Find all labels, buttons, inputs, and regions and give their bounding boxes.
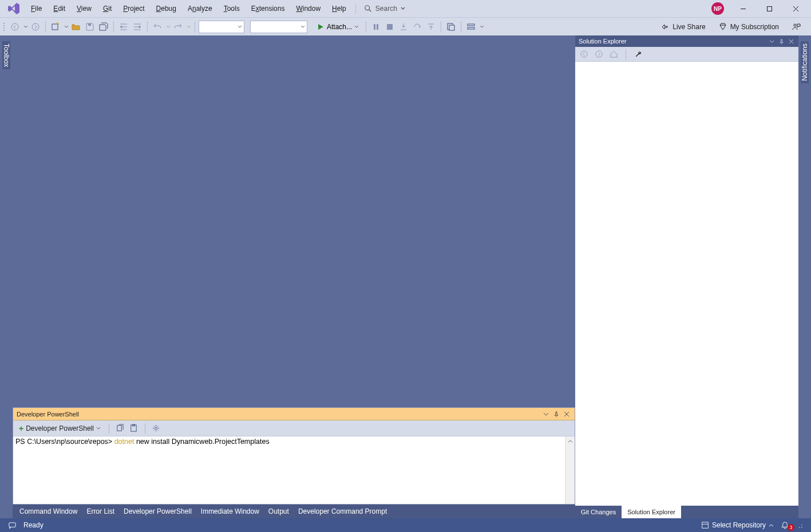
select-repository-button[interactable]: Select Repository <box>698 521 777 529</box>
menu-file[interactable]: File <box>25 2 48 15</box>
chevron-down-icon[interactable] <box>480 25 484 29</box>
center-column: Developer PowerShell + Developer PowerSh… <box>13 35 575 518</box>
powershell-title-bar[interactable]: Developer PowerShell <box>13 408 575 420</box>
live-share-button[interactable]: Live Share <box>658 21 707 33</box>
close-icon[interactable] <box>787 37 795 45</box>
tab-developer-command-prompt[interactable]: Developer Command Prompt <box>294 505 391 518</box>
editor-empty-area <box>13 35 575 407</box>
notifications-tab[interactable]: Notifications <box>801 41 809 83</box>
my-subscription-button[interactable]: My Subscription <box>716 21 781 33</box>
menu-git[interactable]: Git <box>97 2 117 15</box>
feedback-button[interactable] <box>789 21 803 33</box>
menu-debug[interactable]: Debug <box>151 2 182 15</box>
menu-edit[interactable]: Edit <box>48 2 71 15</box>
tab-command-window[interactable]: Command Window <box>15 505 82 518</box>
svg-point-29 <box>799 527 800 528</box>
undo-button[interactable] <box>151 21 164 33</box>
forward-icon[interactable] <box>594 49 604 59</box>
tab-output[interactable]: Output <box>264 505 294 518</box>
nav-forward-button[interactable] <box>29 21 42 33</box>
person-feedback-icon <box>792 22 801 31</box>
window-position-button[interactable] <box>768 37 776 45</box>
svg-rect-16 <box>468 27 474 29</box>
title-bar: File Edit View Git Project Debug Analyze… <box>0 0 811 17</box>
debug-stop-button[interactable] <box>383 21 396 33</box>
open-file-button[interactable] <box>70 21 82 33</box>
diamond-icon <box>718 22 727 31</box>
terminal-scrollbar[interactable] <box>565 436 575 504</box>
svg-rect-3 <box>767 6 772 11</box>
solution-explorer-tree[interactable] <box>575 62 798 506</box>
toolbar-options-button[interactable] <box>465 21 477 33</box>
svg-rect-8 <box>52 24 58 30</box>
save-button[interactable] <box>84 21 96 33</box>
svg-line-1 <box>369 10 371 12</box>
minimize-button[interactable] <box>730 0 756 17</box>
menu-extensions[interactable]: Extensions <box>246 2 291 15</box>
status-grip-icon <box>793 522 806 529</box>
menu-view[interactable]: View <box>71 2 97 15</box>
repository-icon <box>701 521 709 529</box>
home-icon[interactable] <box>608 49 619 59</box>
save-all-button[interactable] <box>97 21 110 33</box>
paste-icon[interactable] <box>129 423 139 434</box>
tab-solution-explorer[interactable]: Solution Explorer <box>622 506 681 518</box>
menu-analyze[interactable]: Analyze <box>182 2 218 15</box>
scroll-up-icon[interactable] <box>565 436 575 446</box>
menu-help[interactable]: Help <box>326 2 352 15</box>
solution-explorer-title-bar[interactable]: Solution Explorer <box>575 35 798 47</box>
play-icon <box>317 23 325 31</box>
search-box[interactable]: Search <box>359 3 410 14</box>
solution-platforms-combo[interactable] <box>250 21 307 33</box>
back-icon[interactable] <box>579 49 589 59</box>
copy-icon[interactable] <box>115 423 125 434</box>
search-label: Search <box>375 5 397 13</box>
step-over-button[interactable] <box>411 21 424 33</box>
pin-button[interactable] <box>552 410 561 419</box>
tab-developer-powershell[interactable]: Developer PowerShell <box>119 505 196 518</box>
my-subscription-label: My Subscription <box>730 23 779 31</box>
toolbar-grip[interactable] <box>2 21 6 33</box>
notifications-button[interactable]: 3 <box>777 521 793 530</box>
svg-rect-24 <box>9 522 15 527</box>
tab-immediate-window[interactable]: Immediate Window <box>196 505 264 518</box>
svg-point-28 <box>801 525 802 526</box>
outdent-button[interactable] <box>117 21 130 33</box>
user-avatar[interactable]: NP <box>711 2 724 15</box>
menu-tools[interactable]: Tools <box>218 2 246 15</box>
debug-pause-button[interactable] <box>370 21 382 33</box>
find-in-files-button[interactable] <box>445 21 457 33</box>
step-into-button[interactable] <box>397 21 410 33</box>
solution-configurations-combo[interactable] <box>199 21 244 33</box>
chevron-down-icon[interactable] <box>166 25 171 29</box>
menu-window[interactable]: Window <box>290 2 326 15</box>
close-icon[interactable] <box>562 410 571 419</box>
gear-icon[interactable] <box>151 423 161 434</box>
toolbox-tab[interactable]: Toolbox <box>2 41 10 69</box>
menu-project[interactable]: Project <box>117 2 150 15</box>
svg-point-7 <box>32 23 39 30</box>
chevron-down-icon[interactable] <box>187 25 191 29</box>
wrench-icon[interactable] <box>633 49 643 59</box>
maximize-button[interactable] <box>756 0 782 17</box>
chevron-down-icon <box>354 25 359 29</box>
tab-error-list[interactable]: Error List <box>82 505 119 518</box>
new-project-button[interactable] <box>49 21 62 33</box>
window-position-button[interactable] <box>541 410 551 419</box>
status-output-button[interactable] <box>5 521 20 530</box>
powershell-terminal[interactable]: PS C:\Users\np\source\repos> dotnet new … <box>13 436 575 504</box>
chevron-down-icon[interactable] <box>23 25 28 29</box>
nav-back-button[interactable] <box>9 21 21 33</box>
pin-icon[interactable] <box>777 37 785 45</box>
indent-button[interactable] <box>131 21 144 33</box>
status-bar: Ready Select Repository 3 <box>0 518 811 532</box>
add-powershell-tab-button[interactable]: + Developer PowerShell <box>17 423 103 434</box>
step-out-button[interactable] <box>425 21 437 33</box>
tab-git-changes[interactable]: Git Changes <box>575 506 622 518</box>
chevron-down-icon[interactable] <box>64 25 69 29</box>
svg-point-6 <box>11 23 18 30</box>
attach-debugger-button[interactable]: Attach... <box>313 21 362 33</box>
redo-button[interactable] <box>172 21 184 33</box>
close-button[interactable] <box>782 0 809 17</box>
bottom-tool-window-tabs: Command Window Error List Developer Powe… <box>13 505 575 518</box>
